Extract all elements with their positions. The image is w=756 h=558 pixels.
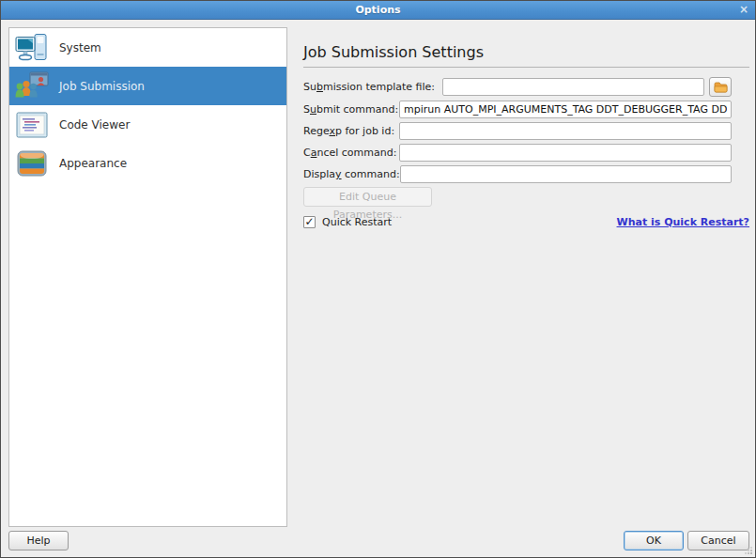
quick-restart-checkbox[interactable]: ✓ — [303, 216, 316, 228]
regexp-job-id-label: Regexp for job id: — [303, 125, 399, 137]
sidebar-item-label: Code Viewer — [59, 118, 130, 132]
display-command-label: Display command: — [303, 168, 400, 180]
heading-separator — [303, 67, 749, 68]
system-icon — [15, 33, 49, 63]
checkmark-icon: ✓ — [304, 217, 314, 226]
sidebar-item-job-submission[interactable]: Job Submission — [9, 67, 286, 105]
sidebar-item-label: Appearance — [59, 157, 127, 170]
page-title: Job Submission Settings — [303, 43, 749, 61]
appearance-icon — [15, 148, 49, 178]
what-is-quick-restart-link[interactable]: What is Quick Restart? — [617, 216, 749, 228]
submit-command-label: Submit command: — [303, 103, 399, 116]
close-icon[interactable]: × — [739, 4, 748, 15]
edit-queue-parameters-button[interactable]: Edit Queue Parameters... — [303, 187, 432, 207]
cancel-command-label: Cancel command: — [303, 147, 399, 159]
cancel-button[interactable]: Cancel — [687, 531, 749, 550]
submission-template-file-row: Submission template file: — [303, 77, 732, 97]
sidebar-item-code-viewer[interactable]: Code Viewer — [9, 105, 286, 144]
browse-button[interactable] — [709, 77, 732, 97]
display-command-row: Display command: — [303, 165, 732, 183]
submit-command-input[interactable] — [399, 101, 732, 118]
help-button[interactable]: Help — [8, 531, 69, 550]
form-rows: Submission template file: Submit command… — [303, 77, 732, 183]
submit-command-row: Submit command: — [303, 101, 732, 118]
regexp-job-id-input[interactable] — [399, 122, 732, 140]
submission-template-file-label: Submission template file: — [303, 81, 435, 93]
sidebar-item-label: System — [59, 41, 101, 54]
ok-button[interactable]: OK — [624, 531, 684, 550]
regexp-job-id-row: Regexp for job id: — [303, 122, 732, 140]
cancel-command-row: Cancel command: — [303, 144, 732, 162]
code-viewer-icon — [15, 110, 49, 140]
titlebar[interactable]: Options × — [1, 1, 755, 20]
cancel-command-input[interactable] — [399, 144, 732, 162]
folder-icon — [714, 82, 728, 93]
quick-restart-row: ✓ Quick Restart What is Quick Restart? — [303, 216, 749, 228]
sidebar-item-label: Job Submission — [59, 80, 145, 93]
job-submission-icon — [15, 71, 49, 101]
display-command-input[interactable] — [400, 165, 732, 183]
resize-grip[interactable] — [744, 546, 752, 554]
sidebar-item-system[interactable]: System — [9, 28, 286, 67]
submission-template-file-input[interactable] — [442, 78, 704, 96]
job-submission-settings-panel: Job Submission Settings Submission templ… — [303, 43, 749, 228]
quick-restart-label[interactable]: Quick Restart — [322, 216, 392, 228]
sidebar-item-appearance[interactable]: Appearance — [9, 144, 286, 182]
window-title: Options — [355, 4, 400, 16]
settings-category-list: System Job Submission — [8, 27, 287, 527]
options-dialog: Options × System — [0, 0, 756, 558]
